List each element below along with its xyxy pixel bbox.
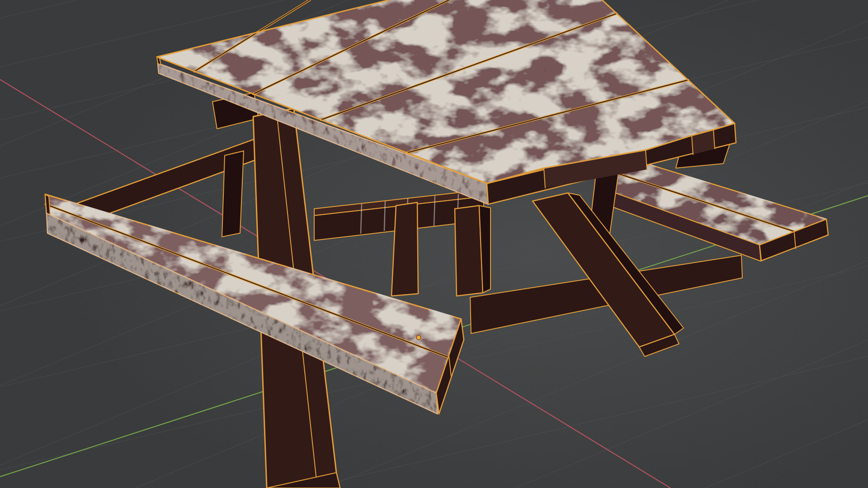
object-origin-dot — [416, 335, 421, 340]
viewport-canvas[interactable] — [0, 0, 868, 488]
3d-viewport[interactable] — [0, 0, 868, 488]
diagonal-brace-left[interactable] — [392, 202, 418, 296]
a-frame-leg-far-left[interactable] — [222, 151, 244, 237]
diagonal-brace-right[interactable] — [455, 206, 483, 296]
